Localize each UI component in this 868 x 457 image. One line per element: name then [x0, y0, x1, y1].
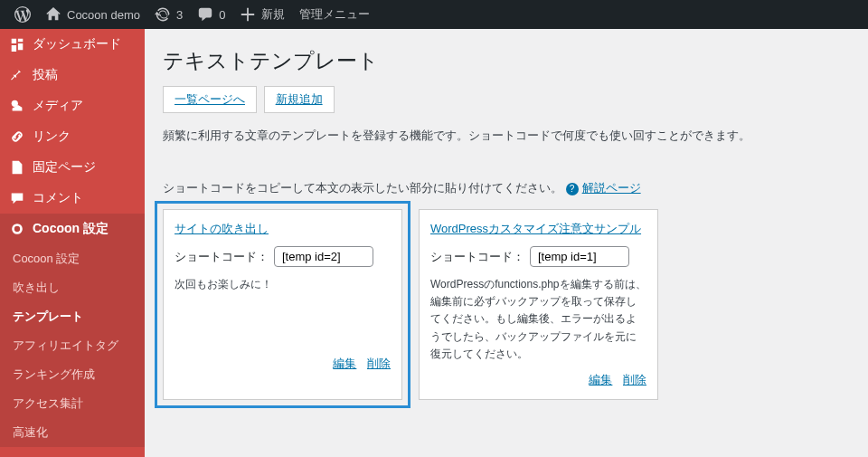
- shortcode-input[interactable]: [530, 246, 629, 267]
- delete-link[interactable]: 削除: [367, 357, 391, 370]
- template-card: WordPressカスタマイズ注意文サンプル ショートコード： WordPres…: [419, 209, 658, 400]
- comments[interactable]: 0: [190, 0, 232, 29]
- sidebar-item-media[interactable]: メディア: [0, 90, 145, 121]
- admin-toolbar: Cocoon demo 3 0 新規 管理メニュー: [0, 0, 868, 29]
- tab-new[interactable]: 新規追加: [264, 86, 335, 113]
- sidebar-item-posts[interactable]: 投稿: [0, 60, 145, 90]
- sidebar-item-label: メディア: [33, 98, 83, 114]
- sidebar-item-label: リンク: [33, 129, 71, 145]
- sidebar-item-cocoon[interactable]: Cocoon 設定: [0, 214, 145, 244]
- delete-link[interactable]: 削除: [623, 373, 646, 386]
- edit-link[interactable]: 編集: [589, 373, 612, 386]
- site-name: Cocoon demo: [67, 8, 140, 22]
- help-link[interactable]: 解説ページ: [566, 181, 641, 195]
- home-icon: [45, 6, 61, 23]
- update-icon: [155, 6, 171, 23]
- submenu-item-cocoon-settings[interactable]: Cocoon 設定: [0, 244, 145, 273]
- plus-icon: [240, 6, 256, 23]
- updates-count: 3: [176, 8, 183, 22]
- new-label: 新規: [261, 6, 285, 23]
- submenu-item-template[interactable]: テンプレート: [0, 302, 145, 331]
- shortcode-instruction: ショートコードをコピーして本文の表示したい部分に貼り付けてください。 解説ページ: [163, 180, 850, 196]
- submenu-item-ranking[interactable]: ランキング作成: [0, 360, 145, 389]
- sidebar-item-dashboard[interactable]: ダッシュボード: [0, 29, 145, 60]
- new-content[interactable]: 新規: [232, 0, 292, 29]
- media-icon: [9, 98, 25, 114]
- svg-point-1: [14, 225, 22, 233]
- wordpress-icon: [14, 6, 31, 23]
- template-title-link[interactable]: サイトの吹き出し: [175, 221, 269, 237]
- tab-list[interactable]: 一覧ページへ: [163, 86, 257, 113]
- feature-description: 頻繁に利用する文章のテンプレートを登録する機能です。ショートコードで何度でも使い…: [163, 128, 850, 144]
- edit-link[interactable]: 編集: [333, 357, 356, 370]
- admin-menu-link[interactable]: 管理メニュー: [292, 0, 377, 29]
- sidebar-item-label: ダッシュボード: [33, 36, 121, 52]
- template-cards: サイトの吹き出し ショートコード： 次回もお楽しみに！ 編集 削除 WordPr…: [163, 209, 850, 400]
- sidebar-item-label: Cocoon 設定: [33, 221, 108, 237]
- sidebar-item-pages[interactable]: 固定ページ: [0, 152, 145, 183]
- template-content: WordPressのfunctions.phpを編集する前は、編集前に必ずバック…: [430, 276, 646, 363]
- sidebar-item-links[interactable]: リンク: [0, 121, 145, 152]
- sidebar-item-label: 固定ページ: [33, 159, 96, 176]
- updates[interactable]: 3: [147, 0, 190, 29]
- template-content: 次回もお楽しみに！: [175, 276, 391, 347]
- site-home[interactable]: Cocoon demo: [38, 0, 147, 29]
- tab-nav: 一覧ページへ 新規追加: [163, 86, 850, 113]
- link-icon: [9, 129, 25, 145]
- admin-sidebar: ダッシュボード 投稿 メディア リンク 固定ページ コメント Cocoon 設定…: [0, 29, 145, 457]
- sidebar-item-comments[interactable]: コメント: [0, 183, 145, 214]
- comment-icon: [9, 190, 25, 206]
- circle-icon: [9, 221, 25, 237]
- wp-logo[interactable]: [7, 0, 38, 29]
- template-card: サイトの吹き出し ショートコード： 次回もお楽しみに！ 編集 削除: [163, 209, 402, 400]
- page-icon: [9, 159, 25, 176]
- sidebar-item-label: 投稿: [33, 67, 58, 83]
- comment-icon: [197, 6, 213, 23]
- page-title: テキストテンプレート: [163, 47, 850, 75]
- pin-icon: [9, 67, 25, 83]
- shortcode-label: ショートコード：: [175, 249, 269, 265]
- submenu-item-access[interactable]: アクセス集計: [0, 389, 145, 418]
- template-title-link[interactable]: WordPressカスタマイズ注意文サンプル: [430, 221, 641, 237]
- sidebar-item-label: コメント: [33, 190, 83, 206]
- submenu: Cocoon 設定 吹き出し テンプレート アフィリエイトタグ ランキング作成 …: [0, 244, 145, 447]
- submenu-item-affiliate[interactable]: アフィリエイトタグ: [0, 331, 145, 360]
- submenu-item-balloon[interactable]: 吹き出し: [0, 273, 145, 302]
- shortcode-label: ショートコード：: [430, 249, 524, 265]
- dashboard-icon: [9, 36, 25, 52]
- submenu-item-speed[interactable]: 高速化: [0, 418, 145, 447]
- main-content: テキストテンプレート 一覧ページへ 新規追加 頻繁に利用する文章のテンプレートを…: [145, 29, 868, 457]
- comments-count: 0: [219, 8, 225, 22]
- shortcode-input[interactable]: [274, 246, 373, 267]
